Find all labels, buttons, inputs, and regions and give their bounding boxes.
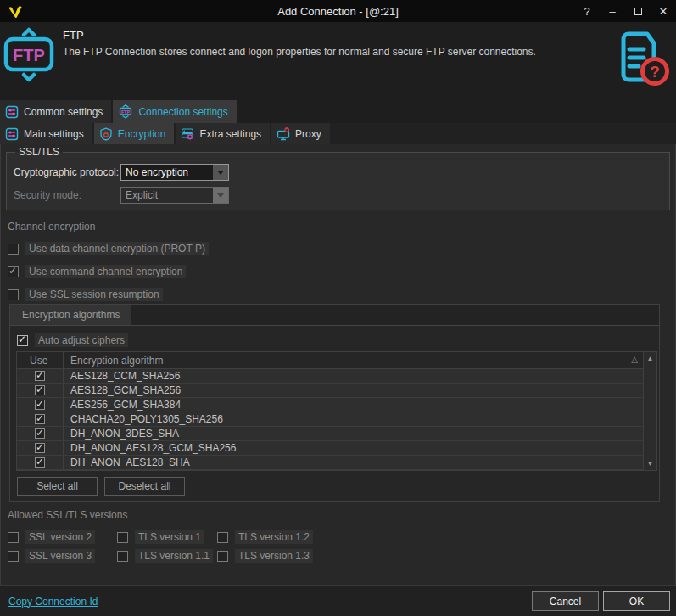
ssl-session-resumption-checkbox[interactable] xyxy=(8,289,19,300)
checkbox-label: Auto adjust ciphers xyxy=(35,333,128,347)
command-channel-encryption-checkbox[interactable] xyxy=(8,266,19,277)
row-checkbox[interactable] xyxy=(35,443,45,453)
security-mode-select: Explicit xyxy=(120,187,229,204)
chevron-down-icon xyxy=(213,165,228,180)
tab-label: Connection settings xyxy=(138,106,227,118)
select-all-button[interactable]: Select all xyxy=(17,477,98,496)
auto-adjust-ciphers-checkbox[interactable] xyxy=(17,335,28,346)
auto-adjust-row: Auto adjust ciphers xyxy=(17,333,659,347)
allowed-versions-label: Allowed SSL/TLS versions xyxy=(8,509,353,521)
algorithm-name: DH_ANON_AES128_SHA xyxy=(64,456,190,468)
table-row: DH_ANON_AES128_SHA xyxy=(17,456,656,470)
column-header-algorithm[interactable]: Encryption algorithm xyxy=(64,352,656,368)
encryption-tab-page: SSL/TLS Cryptographic protocol: No encry… xyxy=(0,144,676,585)
close-icon[interactable]: ✕ xyxy=(651,0,676,22)
tab-connection-settings[interactable]: FTP Connection settings xyxy=(113,100,236,123)
titlebar[interactable]: Add Connection - [@:21] ? – ✕ xyxy=(0,0,676,22)
tls-version-1-2-checkbox[interactable] xyxy=(217,532,228,543)
algorithm-name: DH_ANON_3DES_SHA xyxy=(64,428,179,440)
top-tab-strip: Common settings FTP Connection settings xyxy=(0,100,676,123)
cryptographic-protocol-label: Cryptographic protocol: xyxy=(14,166,120,178)
tab-label: Main settings xyxy=(24,128,84,140)
checkbox-label: Use data channel encryption (PROT P) xyxy=(25,242,209,255)
tab-encryption-algorithms[interactable]: Encryption algorithms xyxy=(10,305,131,325)
page-title: FTP xyxy=(63,29,84,42)
algorithms-table: Use Encryption algorithm △ AES128_CCM_SH… xyxy=(16,351,657,471)
checkbox-label: Use SSL session resumption xyxy=(25,288,163,301)
add-connection-window: Add Connection - [@:21] ? – ✕ FTP FTP Th… xyxy=(0,0,676,616)
checkbox-row: TLS version 1.3 xyxy=(217,546,353,565)
ssl-version-2-checkbox[interactable] xyxy=(8,532,19,543)
tab-encryption[interactable]: Encryption xyxy=(94,123,175,144)
tls-version-1-checkbox[interactable] xyxy=(117,532,128,543)
svg-text:?: ? xyxy=(650,63,660,81)
row-checkbox[interactable] xyxy=(35,457,45,468)
cryptographic-protocol-select[interactable]: No encryption xyxy=(120,164,229,181)
table-row: AES128_CCM_SHA256 xyxy=(17,369,656,384)
checkbox-label: Use command channel encryption xyxy=(25,265,186,278)
row-checkbox[interactable] xyxy=(35,371,45,381)
help-icon[interactable]: ? xyxy=(574,0,600,22)
ssl-version-3-checkbox[interactable] xyxy=(8,551,19,562)
selected-value: Explicit xyxy=(121,189,213,201)
ok-button[interactable]: OK xyxy=(603,591,670,611)
sliders-icon xyxy=(5,105,19,119)
algorithm-name: AES256_GCM_SHA384 xyxy=(64,399,181,411)
table-row: DH_ANON_3DES_SHA xyxy=(17,427,656,441)
minimize-icon[interactable]: – xyxy=(600,0,625,22)
sliders-icon xyxy=(5,127,19,141)
page-description: The FTP Connection stores connect and lo… xyxy=(63,46,538,59)
sort-ascending-icon: △ xyxy=(631,355,638,364)
checkbox-label: TLS version 1.1 xyxy=(135,549,213,563)
tab-label: Common settings xyxy=(24,106,103,118)
scroll-down-icon[interactable]: ▼ xyxy=(647,457,654,470)
row-checkbox[interactable] xyxy=(35,400,45,410)
data-channel-encryption-checkbox[interactable] xyxy=(8,244,19,255)
checkbox-label: TLS version 1.2 xyxy=(235,530,313,544)
checkbox-row: TLS version 1 xyxy=(117,528,217,546)
tab-common-settings[interactable]: Common settings xyxy=(0,100,111,123)
shield-lock-icon xyxy=(99,127,113,141)
table-header: Use Encryption algorithm △ xyxy=(17,352,656,369)
checkbox-label: TLS version 1.3 xyxy=(235,549,313,563)
vertical-scrollbar[interactable]: ▲ ▼ xyxy=(643,352,656,470)
channel-encryption-group: Channel encryption Use data channel encr… xyxy=(8,221,209,301)
row-checkbox[interactable] xyxy=(35,385,45,395)
maximize-icon[interactable] xyxy=(625,0,651,22)
sub-tab-strip: Main settings Encryption xyxy=(0,123,676,144)
header: FTP FTP The FTP Connection stores connec… xyxy=(0,22,676,100)
tab-label: Extra settings xyxy=(199,128,261,140)
svg-text:FTP: FTP xyxy=(13,46,45,64)
tab-proxy[interactable]: Proxy xyxy=(271,123,330,144)
tls-version-1-3-checkbox[interactable] xyxy=(217,551,228,562)
copy-connection-id-link[interactable]: Copy Connection Id xyxy=(8,596,98,608)
cancel-button[interactable]: Cancel xyxy=(532,591,599,611)
column-header-use[interactable]: Use xyxy=(17,352,64,368)
footer-bar: Copy Connection Id Cancel OK xyxy=(0,585,676,616)
row-checkbox[interactable] xyxy=(35,414,45,424)
deselect-all-button[interactable]: Deselect all xyxy=(104,477,185,496)
tls-version-1-1-checkbox[interactable] xyxy=(117,551,128,562)
checkbox-row: SSL version 2 xyxy=(8,528,117,546)
checkbox-row: TLS version 1.2 xyxy=(217,528,353,546)
tab-label: Encryption xyxy=(118,128,166,140)
tab-extra-settings[interactable]: Extra settings xyxy=(176,123,270,144)
server-gear-icon xyxy=(181,127,194,141)
tab-main-settings[interactable]: Main settings xyxy=(0,123,92,144)
allowed-ssl-tls-versions-group: Allowed SSL/TLS versions SSL version 2 T… xyxy=(8,509,353,565)
selected-value: No encryption xyxy=(121,166,213,178)
checkbox-label: SSL version 2 xyxy=(25,530,95,544)
channel-encryption-label: Channel encryption xyxy=(8,221,209,232)
checkbox-row: Use data channel encryption (PROT P) xyxy=(8,242,209,255)
tab-label: Proxy xyxy=(295,128,321,140)
table-row: CHACHA20_POLY1305_SHA256 xyxy=(17,412,656,427)
encryption-algorithms-box: Encryption algorithms Auto adjust cipher… xyxy=(9,304,660,502)
security-mode-label: Security mode: xyxy=(14,189,120,201)
document-help-icon: ? xyxy=(615,29,671,93)
scroll-up-icon[interactable]: ▲ xyxy=(647,352,654,365)
row-checkbox[interactable] xyxy=(35,428,45,439)
ssl-tls-group: SSL/TLS Cryptographic protocol: No encry… xyxy=(6,146,670,210)
checkbox-row: Use command channel encryption xyxy=(8,265,209,278)
checkbox-label: TLS version 1 xyxy=(135,530,204,544)
monitor-lock-icon xyxy=(277,127,290,141)
